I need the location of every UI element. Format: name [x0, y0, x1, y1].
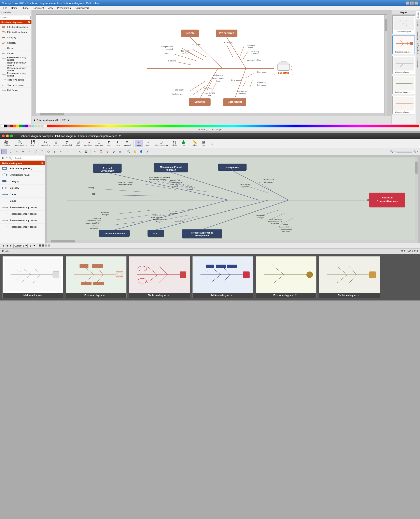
- lib-item-3[interactable]: Category: [0, 40, 31, 45]
- text-tool[interactable]: T: [52, 149, 57, 154]
- page-dot-4[interactable]: [48, 244, 50, 247]
- rounded-rect-tool[interactable]: ▭: [20, 149, 26, 154]
- maximize-button[interactable]: □: [410, 1, 414, 5]
- zoom-in-tool[interactable]: 🔍+: [413, 149, 419, 154]
- bottom-library-close[interactable]: ✕: [41, 162, 43, 165]
- back-button[interactable]: ⬇ Back: [114, 140, 122, 147]
- bezier-tool[interactable]: ⌒: [39, 149, 45, 154]
- page-thumb-3[interactable]: Ishikawa diagram -...: [392, 76, 415, 94]
- zoom-up[interactable]: ▲: [29, 244, 31, 247]
- color-peach[interactable]: [38, 125, 40, 128]
- tab-behaviour[interactable]: Behaviour: [416, 29, 420, 42]
- bottom-scroll-horizontal[interactable]: [47, 240, 415, 243]
- hand-tool[interactable]: ✋: [132, 149, 138, 154]
- libraries-button[interactable]: 📚 Libraries: [1, 140, 11, 147]
- close-button[interactable]: ✕: [414, 1, 418, 5]
- top-search-input[interactable]: [1, 16, 31, 19]
- tree-button[interactable]: 🌲 Tree: [179, 140, 188, 147]
- thumb-0[interactable]: Ishikawa diagram: [2, 256, 63, 298]
- zoom-down[interactable]: ▼: [33, 244, 35, 247]
- nav-pause[interactable]: ⏸: [2, 244, 4, 247]
- scale-tool[interactable]: ⊗: [117, 149, 123, 154]
- color-yellow[interactable]: [16, 125, 19, 128]
- menu-presentation[interactable]: Presentation: [55, 6, 73, 10]
- menu-shape[interactable]: Shape: [20, 6, 31, 10]
- top-canvas-paper[interactable]: Bad coffee People Procedures Material Eq…: [36, 15, 387, 116]
- nav-next[interactable]: ▶: [10, 244, 12, 247]
- close-traffic-light[interactable]: [2, 135, 5, 137]
- connector-tool-1[interactable]: ⤷: [58, 149, 64, 154]
- zoom-out-tool[interactable]: 🔍−: [390, 149, 396, 154]
- rulers-button[interactable]: 📏 Rulers: [190, 140, 199, 147]
- group-button[interactable]: ⊞ Group: [52, 140, 60, 147]
- top-scroll-horizontal[interactable]: [36, 113, 384, 116]
- lib-item-8[interactable]: Reason (secondary cause): [0, 67, 31, 72]
- menu-document[interactable]: Document: [31, 6, 46, 10]
- zoom-slider[interactable]: [396, 151, 412, 153]
- identical-button[interactable]: ≡ Identical: [123, 140, 132, 147]
- page-thumb-1[interactable]: Fishbone diagram ...: [392, 36, 415, 54]
- page-thumb-0[interactable]: Ishikawa diagram: [392, 15, 415, 34]
- bottom-lib-item-7[interactable]: Reason (secondary cause): [0, 211, 45, 217]
- color-green[interactable]: [19, 125, 22, 128]
- select-connected-button[interactable]: ⬡ Select Connected: [153, 140, 170, 147]
- direct-button[interactable]: → Direct: [144, 140, 152, 147]
- color-black[interactable]: [4, 125, 7, 128]
- page-dot-2[interactable]: [42, 244, 44, 247]
- connector-tool-2[interactable]: ⤶: [64, 149, 70, 154]
- thumb-2[interactable]: Fishbone diagram - ...: [129, 256, 190, 298]
- tab-layers[interactable]: Layers: [416, 20, 420, 29]
- lib-item-2[interactable]: Category: [0, 35, 31, 40]
- dropdown-icon[interactable]: ▼: [119, 135, 121, 138]
- color-white[interactable]: [1, 125, 4, 128]
- page-thumb-2[interactable]: Fishbone diagram ...: [392, 56, 415, 75]
- page-dot-3[interactable]: [45, 244, 47, 247]
- front-button[interactable]: ⬆ Front: [105, 140, 113, 147]
- menu-solution-park[interactable]: Solution Park: [73, 6, 91, 10]
- lib-item-1[interactable]: Effect (ellipse head): [0, 30, 31, 35]
- list-view-button[interactable]: ☰: [5, 156, 8, 160]
- bottom-canvas-paper[interactable]: Reduced Competitiveness External Environ…: [47, 158, 418, 243]
- color-blue[interactable]: [22, 125, 25, 128]
- page-dot-1[interactable]: [39, 244, 41, 247]
- distribute-button[interactable]: ⋯ Distribute: [83, 140, 93, 147]
- thumb-1[interactable]: Bad coffee Fishbone diagram - ...: [66, 256, 127, 298]
- bottom-lib-item-3[interactable]: Category: [0, 185, 45, 191]
- lib-item-0[interactable]: Effect (rectange head): [0, 24, 31, 30]
- align-button[interactable]: ⊟ Align: [74, 140, 82, 147]
- color-lightgreen[interactable]: [35, 125, 37, 128]
- ellipse-tool[interactable]: ○: [14, 149, 20, 154]
- lib-item-5[interactable]: Cause: [0, 51, 31, 56]
- tab-pages[interactable]: Pages: [416, 10, 420, 20]
- line-tool[interactable]: ╱: [33, 149, 38, 154]
- arrow-tool[interactable]: ↗: [27, 149, 32, 154]
- page-nav-next[interactable]: ▶: [68, 119, 69, 121]
- color-cream[interactable]: [44, 125, 46, 128]
- save-button[interactable]: 💾 Save...: [29, 140, 37, 147]
- connector-tool-3[interactable]: ↔: [71, 149, 76, 154]
- crop-tool[interactable]: ⊹: [105, 149, 110, 154]
- color-spectrum[interactable]: [47, 125, 419, 128]
- lib-item-12[interactable]: Fish frame: [0, 88, 31, 93]
- color-red[interactable]: [10, 125, 13, 128]
- more-button[interactable]: »: [208, 141, 217, 146]
- thumb-5[interactable]: Fishbone diagram - ...: [319, 256, 380, 298]
- lib-item-10[interactable]: Third level cause: [0, 77, 31, 82]
- browse-solutions-button[interactable]: 🔍 Browse Solutions: [12, 140, 28, 147]
- person-tool[interactable]: 👤: [138, 149, 144, 154]
- thumb-3[interactable]: Ishikawa diagram - ...: [192, 256, 253, 298]
- smart-button[interactable]: ✦ Smart: [135, 140, 143, 147]
- page-nav-prev[interactable]: ◀: [33, 119, 35, 121]
- bottom-lib-item-4[interactable]: Cause: [0, 191, 45, 198]
- eyedropper-tool[interactable]: 💉: [145, 149, 150, 154]
- thumb-4[interactable]: Fishbone diagram - C...: [256, 256, 316, 298]
- bottom-search-input[interactable]: [13, 156, 44, 160]
- connect-tool[interactable]: ⊕: [111, 149, 116, 154]
- menu-file[interactable]: File: [1, 6, 9, 10]
- lib-item-6[interactable]: Reason (secondary cause): [0, 56, 31, 61]
- delete-link-button[interactable]: ✂ Delete link: [40, 140, 51, 147]
- bottom-lib-item-5[interactable]: Cause: [0, 198, 45, 204]
- bottom-lib-item-9[interactable]: Reason (secondary cause): [0, 224, 45, 230]
- bottom-lib-item-1[interactable]: Effect (ellipse head): [0, 172, 45, 178]
- rectangle-tool[interactable]: □: [8, 149, 13, 154]
